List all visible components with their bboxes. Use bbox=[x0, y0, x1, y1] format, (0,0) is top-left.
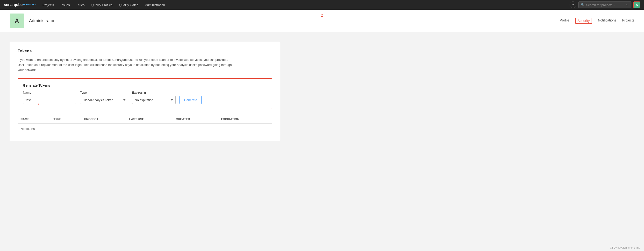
col-project: Project bbox=[82, 115, 126, 124]
col-expiration: Expiration bbox=[218, 115, 272, 124]
name-input[interactable] bbox=[23, 96, 76, 104]
search-box[interactable]: 🔍 1 bbox=[578, 1, 632, 8]
generate-button[interactable]: Generate bbox=[180, 96, 202, 104]
name-field-container: Name bbox=[23, 91, 76, 104]
nav-quality-gates[interactable]: Quality Gates bbox=[116, 0, 141, 10]
tokens-card: Tokens If you want to enforce security b… bbox=[10, 42, 280, 141]
type-select[interactable]: Global Analysis Token Project Analysis T… bbox=[80, 96, 128, 104]
type-label: Type bbox=[80, 91, 128, 94]
user-name: Administrator bbox=[29, 18, 54, 23]
help-button[interactable]: ? bbox=[570, 1, 576, 8]
no-tokens-row: No tokens bbox=[18, 124, 272, 134]
user-avatar-nav[interactable]: A bbox=[633, 1, 640, 8]
tab-notifications[interactable]: Notifications bbox=[598, 18, 616, 23]
generate-form: Name Type Global Analysis Token Project … bbox=[23, 91, 267, 104]
nav-rules[interactable]: Rules bbox=[74, 0, 88, 10]
tokens-table: Name Type Project Last use Created Expir… bbox=[18, 115, 272, 134]
nav-administration[interactable]: Administration bbox=[142, 0, 168, 10]
tab-security[interactable]: Security bbox=[578, 19, 590, 24]
tab-profile[interactable]: Profile bbox=[560, 18, 569, 23]
generate-tokens-box: Generate Tokens Name Type Global Analysi… bbox=[18, 78, 272, 109]
nav-issues[interactable]: Issues bbox=[58, 0, 73, 10]
user-avatar: A bbox=[10, 13, 24, 28]
name-label: Name bbox=[23, 91, 76, 94]
tab-projects[interactable]: Projects bbox=[622, 18, 634, 23]
logo[interactable]: sonarqube 〜〜〜 bbox=[4, 2, 36, 8]
search-icon: 🔍 bbox=[581, 3, 584, 6]
user-tabs: Profile Security Notifications Projects bbox=[560, 18, 634, 24]
expires-field-container: Expires in No expiration 30 days 90 days… bbox=[132, 91, 176, 104]
col-type: Type bbox=[50, 115, 81, 124]
search-number: 1 bbox=[626, 3, 628, 7]
table-header-row: Name Type Project Last use Created Expir… bbox=[18, 115, 272, 124]
security-tab-wrapper: Security bbox=[575, 18, 592, 24]
top-navigation: sonarqube 〜〜〜 Projects Issues Rules Qual… bbox=[0, 0, 644, 10]
col-name: Name bbox=[18, 115, 50, 124]
expires-label: Expires in bbox=[132, 91, 176, 94]
type-field-container: Type Global Analysis Token Project Analy… bbox=[80, 91, 128, 104]
user-header: A Administrator Profile Security Notific… bbox=[0, 10, 644, 32]
nav-right-section: ? 🔍 1 A bbox=[570, 1, 640, 8]
logo-text: sonarqube bbox=[4, 3, 22, 7]
nav-quality-profiles[interactable]: Quality Profiles bbox=[88, 0, 115, 10]
no-tokens-cell: No tokens bbox=[18, 124, 272, 134]
main-content: Tokens If you want to enforce security b… bbox=[0, 32, 290, 151]
search-input[interactable] bbox=[586, 3, 625, 7]
col-created: Created bbox=[173, 115, 218, 124]
tokens-description: If you want to enforce security by not p… bbox=[18, 57, 235, 72]
tokens-title: Tokens bbox=[18, 49, 272, 54]
logo-wave: 〜〜〜 bbox=[23, 2, 36, 8]
col-last-use: Last use bbox=[126, 115, 173, 124]
generate-tokens-title: Generate Tokens bbox=[23, 83, 267, 87]
expires-select[interactable]: No expiration 30 days 90 days 1 year bbox=[132, 96, 176, 104]
nav-projects[interactable]: Projects bbox=[40, 0, 57, 10]
